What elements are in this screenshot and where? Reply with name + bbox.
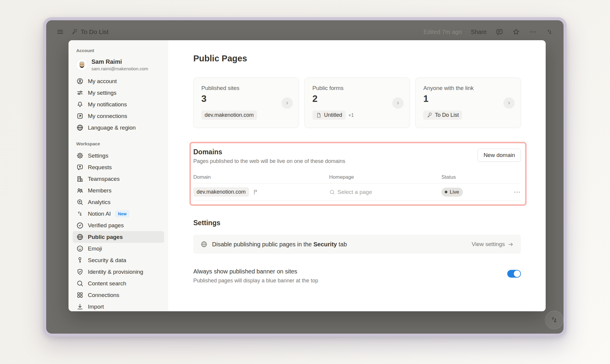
sidebar-item-language-region[interactable]: Language & region	[73, 122, 164, 133]
sidebar-item-label: Security & data	[88, 257, 126, 264]
banner-setting-title: Always show published banner on sites	[193, 268, 318, 275]
sidebar-item-label: Verified pages	[88, 222, 124, 229]
shield-check-icon	[76, 268, 84, 276]
sidebar-item-content-search[interactable]: Content search	[73, 278, 164, 289]
gear-icon	[76, 152, 84, 159]
sidebar-item-label: Emoji	[88, 245, 102, 252]
banner-toggle[interactable]	[507, 270, 521, 278]
domains-table: Domain Homepage Status dev.makenotion.co…	[193, 171, 521, 201]
search-icon	[329, 189, 335, 195]
smiley-icon	[76, 245, 84, 252]
column-homepage: Homepage	[329, 174, 441, 180]
status-label: Live	[450, 189, 459, 195]
person-circle-icon	[76, 77, 84, 85]
view-settings-link[interactable]: View settings	[471, 241, 514, 248]
sidebar-item-my-notifications[interactable]: My notifications	[73, 99, 164, 110]
card-label: Anyone with the link	[423, 85, 513, 91]
page-title: To Do List	[81, 28, 108, 35]
card-chip-label: dev.makenotion.com	[205, 112, 254, 118]
notion-ai-icon	[76, 210, 84, 217]
star-icon[interactable]	[512, 28, 520, 36]
new-domain-button[interactable]: New domain	[477, 149, 521, 162]
card-chip[interactable]: dev.makenotion.com	[201, 111, 257, 120]
comment-icon[interactable]	[496, 28, 503, 36]
notion-ai-icon	[550, 315, 559, 325]
domains-table-rows: dev.makenotion.comSelect a pageLive	[193, 183, 521, 201]
domain-name: dev.makenotion.com	[197, 189, 246, 195]
sidebar-item-my-settings[interactable]: My settings	[73, 87, 164, 99]
homepage-select-input[interactable]: Select a page	[329, 189, 441, 195]
globe-icon	[76, 124, 84, 131]
arrow-right-icon	[508, 241, 514, 248]
globe-icon	[200, 241, 208, 248]
sidebar-item-teamspaces[interactable]: Teamspaces	[73, 173, 164, 185]
sidebar-item-analytics[interactable]: Analytics	[73, 196, 164, 208]
sidebar-item-import[interactable]: Import	[73, 301, 164, 311]
globe-icon	[76, 233, 84, 241]
sidebar-item-security-data[interactable]: Security & data	[73, 254, 164, 266]
domain-chip[interactable]: dev.makenotion.com	[193, 187, 249, 197]
sidebar-item-my-account[interactable]: My account	[73, 75, 164, 87]
domains-title: Domains	[193, 148, 345, 156]
panel-title: Public Pages	[193, 54, 521, 63]
card-count: 2	[312, 94, 402, 104]
card-chevron-button[interactable]	[392, 97, 404, 109]
banner-setting-description: Published pages will display a blue bann…	[193, 278, 318, 284]
user-email: sam.raimi@makenotion.com	[91, 66, 148, 71]
homepage-placeholder: Select a page	[337, 189, 372, 195]
user-name: Sam Raimi	[91, 58, 148, 65]
sidebar-item-my-connections[interactable]: My connections	[73, 110, 164, 122]
summary-cards: Published sites3dev.makenotion.comPublic…	[193, 77, 521, 128]
hamburger-menu-icon[interactable]	[56, 28, 64, 36]
security-setting-row: Disable publishing public pages in the S…	[193, 235, 521, 254]
notion-ai-icon[interactable]	[546, 28, 553, 36]
chat-up-icon	[76, 164, 84, 171]
row-more-icon[interactable]	[513, 188, 521, 196]
domain-table-row: dev.makenotion.comSelect a pageLive	[193, 183, 521, 201]
sidebar-item-label: Analytics	[88, 199, 111, 206]
live-dot	[445, 191, 447, 193]
flag-icon[interactable]	[253, 189, 259, 195]
sidebar-user-card[interactable]: Sam Raimi sam.raimi@makenotion.com	[73, 57, 164, 75]
card-chip[interactable]: Untitled	[312, 111, 346, 120]
sidebar-item-emoji[interactable]: Emoji	[73, 243, 164, 254]
building-icon	[76, 175, 84, 183]
page-title-chip[interactable]: To Do List	[71, 28, 108, 35]
sidebar-item-label: Identity & provisioning	[88, 269, 143, 275]
security-setting-text: Disable publishing public pages in the S…	[212, 241, 347, 248]
column-status: Status	[441, 174, 505, 180]
search-icon	[76, 280, 84, 287]
security-tab-ref: Security	[313, 241, 337, 248]
sidebar-item-connections[interactable]: Connections	[73, 289, 164, 301]
sidebar-item-label: Language & region	[88, 125, 136, 131]
sidebar-item-label: Content search	[88, 280, 126, 287]
sidebar-item-label: My connections	[88, 113, 127, 119]
card-label: Public forms	[312, 85, 402, 91]
card-count: 3	[201, 94, 291, 104]
card-chip[interactable]: To Do List	[423, 111, 462, 120]
sidebar-item-requests[interactable]: Requests	[73, 161, 164, 173]
card-chevron-button[interactable]	[281, 97, 293, 109]
domains-table-header: Domain Homepage Status	[193, 171, 521, 183]
sidebar-item-settings[interactable]: Settings	[73, 150, 164, 161]
share-button[interactable]: Share	[471, 29, 487, 35]
sidebar-item-identity-provisioning[interactable]: Identity & provisioning	[73, 266, 164, 278]
settings-section-title: Settings	[193, 219, 521, 227]
card-chevron-button[interactable]	[503, 97, 515, 109]
sidebar-item-label: My notifications	[88, 101, 127, 108]
sidebar-item-public-pages[interactable]: Public pages	[73, 231, 164, 243]
sidebar-item-label: Connections	[88, 292, 119, 298]
racket-icon	[427, 112, 432, 118]
notion-ai-floating-button[interactable]	[545, 311, 564, 329]
settings-modal: Account Sam Raimi sam.raimi@makenotion.c…	[69, 40, 546, 311]
sidebar-item-notion-ai[interactable]: Notion AINew	[73, 208, 164, 220]
sidebar-item-members[interactable]: Members	[73, 185, 164, 196]
domains-section-highlight: Domains Pages published to the web will …	[189, 142, 527, 206]
more-icon[interactable]	[529, 28, 537, 36]
status-badge: Live	[441, 188, 463, 197]
sidebar-item-verified-pages[interactable]: Verified pages	[73, 220, 164, 231]
summary-card: Public forms2Untitled+1	[304, 77, 410, 128]
badge-check-icon	[76, 222, 84, 229]
magnify-plus-icon	[76, 198, 84, 206]
card-extra-count: +1	[348, 113, 354, 118]
